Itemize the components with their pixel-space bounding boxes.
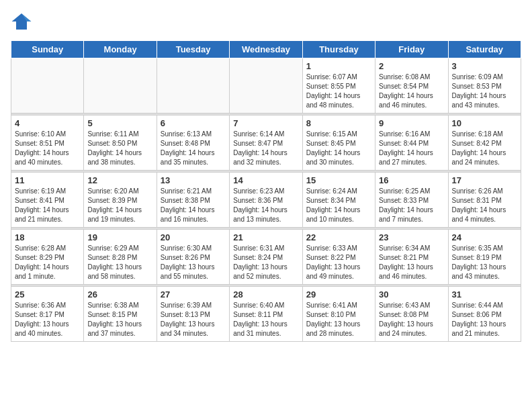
calendar-week-row: 4Sunrise: 6:10 AMSunset: 8:51 PMDaylight… (11, 116, 521, 171)
calendar-week-row: 25Sunrise: 6:36 AMSunset: 8:17 PMDayligh… (11, 287, 521, 342)
calendar-cell: 18Sunrise: 6:28 AMSunset: 8:29 PMDayligh… (11, 230, 84, 285)
calendar-cell (157, 58, 229, 113)
calendar-week-row: 18Sunrise: 6:28 AMSunset: 8:29 PMDayligh… (11, 230, 521, 285)
day-number: 8 (306, 118, 371, 128)
day-info: Sunrise: 6:43 AMSunset: 8:08 PMDaylight:… (379, 301, 444, 338)
day-number: 12 (87, 175, 152, 185)
weekday-header-tuesday: Tuesday (157, 41, 229, 58)
calendar-cell: 7Sunrise: 6:14 AMSunset: 8:47 PMDaylight… (230, 116, 302, 171)
day-info: Sunrise: 6:38 AMSunset: 8:15 PMDaylight:… (87, 301, 152, 338)
day-info: Sunrise: 6:07 AMSunset: 8:55 PMDaylight:… (306, 73, 371, 110)
calendar-cell: 4Sunrise: 6:10 AMSunset: 8:51 PMDaylight… (11, 116, 84, 171)
day-info: Sunrise: 6:20 AMSunset: 8:39 PMDaylight:… (87, 187, 152, 224)
calendar-cell: 24Sunrise: 6:35 AMSunset: 8:19 PMDayligh… (448, 230, 521, 285)
day-number: 15 (306, 175, 371, 185)
day-info: Sunrise: 6:21 AMSunset: 8:38 PMDaylight:… (161, 187, 226, 224)
weekday-header-friday: Friday (375, 41, 448, 58)
calendar-cell: 9Sunrise: 6:16 AMSunset: 8:44 PMDaylight… (375, 116, 448, 171)
calendar-week-row: 11Sunrise: 6:19 AMSunset: 8:41 PMDayligh… (11, 173, 521, 228)
logo (11, 11, 35, 32)
calendar-cell: 10Sunrise: 6:18 AMSunset: 8:42 PMDayligh… (448, 116, 521, 171)
day-number: 23 (379, 232, 444, 242)
day-info: Sunrise: 6:41 AMSunset: 8:10 PMDaylight:… (306, 301, 371, 338)
day-number: 29 (306, 289, 371, 300)
calendar-cell: 1Sunrise: 6:07 AMSunset: 8:55 PMDaylight… (302, 58, 375, 113)
day-number: 10 (452, 118, 517, 128)
weekday-header-monday: Monday (84, 41, 157, 58)
day-number: 16 (379, 175, 444, 185)
calendar-cell: 19Sunrise: 6:29 AMSunset: 8:28 PMDayligh… (84, 230, 157, 285)
calendar-cell: 26Sunrise: 6:38 AMSunset: 8:15 PMDayligh… (84, 287, 157, 342)
calendar-cell: 5Sunrise: 6:11 AMSunset: 8:50 PMDaylight… (84, 116, 157, 171)
weekday-header-sunday: Sunday (11, 41, 84, 58)
day-number: 26 (87, 289, 152, 300)
day-number: 11 (15, 175, 80, 185)
day-number: 3 (452, 61, 517, 71)
calendar-cell: 20Sunrise: 6:30 AMSunset: 8:26 PMDayligh… (157, 230, 229, 285)
calendar-table: SundayMondayTuesdayWednesdayThursdayFrid… (11, 40, 521, 342)
day-info: Sunrise: 6:14 AMSunset: 8:47 PMDaylight:… (233, 130, 298, 167)
calendar-cell: 15Sunrise: 6:24 AMSunset: 8:34 PMDayligh… (302, 173, 375, 228)
day-number: 6 (161, 118, 226, 128)
day-info: Sunrise: 6:25 AMSunset: 8:33 PMDaylight:… (379, 187, 444, 224)
day-info: Sunrise: 6:34 AMSunset: 8:21 PMDaylight:… (379, 244, 444, 281)
day-number: 17 (452, 175, 517, 185)
day-info: Sunrise: 6:11 AMSunset: 8:50 PMDaylight:… (87, 130, 152, 167)
calendar-cell (230, 58, 302, 113)
logo-icon (11, 11, 32, 32)
day-number: 14 (233, 175, 298, 185)
day-number: 22 (306, 232, 371, 242)
day-number: 18 (15, 232, 80, 242)
calendar-week-row: 1Sunrise: 6:07 AMSunset: 8:55 PMDaylight… (11, 58, 521, 113)
day-number: 28 (233, 289, 298, 300)
day-number: 27 (161, 289, 226, 300)
day-number: 9 (379, 118, 444, 128)
calendar-cell: 28Sunrise: 6:40 AMSunset: 8:11 PMDayligh… (230, 287, 302, 342)
calendar-cell: 8Sunrise: 6:15 AMSunset: 8:45 PMDaylight… (302, 116, 375, 171)
page-header (11, 11, 521, 32)
day-number: 25 (15, 289, 80, 300)
calendar-cell: 12Sunrise: 6:20 AMSunset: 8:39 PMDayligh… (84, 173, 157, 228)
day-info: Sunrise: 6:13 AMSunset: 8:48 PMDaylight:… (161, 130, 226, 167)
calendar-header-row: SundayMondayTuesdayWednesdayThursdayFrid… (11, 41, 521, 58)
calendar-cell (84, 58, 157, 113)
calendar-cell: 27Sunrise: 6:39 AMSunset: 8:13 PMDayligh… (157, 287, 229, 342)
calendar-cell: 31Sunrise: 6:44 AMSunset: 8:06 PMDayligh… (448, 287, 521, 342)
day-number: 24 (452, 232, 517, 242)
day-info: Sunrise: 6:09 AMSunset: 8:53 PMDaylight:… (452, 73, 517, 110)
calendar-cell: 6Sunrise: 6:13 AMSunset: 8:48 PMDaylight… (157, 116, 229, 171)
calendar-cell (11, 58, 84, 113)
calendar-cell: 2Sunrise: 6:08 AMSunset: 8:54 PMDaylight… (375, 58, 448, 113)
calendar-cell: 25Sunrise: 6:36 AMSunset: 8:17 PMDayligh… (11, 287, 84, 342)
day-info: Sunrise: 6:35 AMSunset: 8:19 PMDaylight:… (452, 244, 517, 281)
day-number: 19 (87, 232, 152, 242)
day-number: 31 (452, 289, 517, 300)
calendar-cell: 17Sunrise: 6:26 AMSunset: 8:31 PMDayligh… (448, 173, 521, 228)
day-info: Sunrise: 6:44 AMSunset: 8:06 PMDaylight:… (452, 301, 517, 338)
calendar-cell: 16Sunrise: 6:25 AMSunset: 8:33 PMDayligh… (375, 173, 448, 228)
day-info: Sunrise: 6:10 AMSunset: 8:51 PMDaylight:… (15, 130, 80, 167)
day-number: 20 (161, 232, 226, 242)
day-info: Sunrise: 6:08 AMSunset: 8:54 PMDaylight:… (379, 73, 444, 110)
day-info: Sunrise: 6:16 AMSunset: 8:44 PMDaylight:… (379, 130, 444, 167)
calendar-cell: 11Sunrise: 6:19 AMSunset: 8:41 PMDayligh… (11, 173, 84, 228)
day-number: 1 (306, 61, 371, 71)
day-info: Sunrise: 6:26 AMSunset: 8:31 PMDaylight:… (452, 187, 517, 224)
calendar-cell: 22Sunrise: 6:33 AMSunset: 8:22 PMDayligh… (302, 230, 375, 285)
weekday-header-saturday: Saturday (448, 41, 521, 58)
day-info: Sunrise: 6:24 AMSunset: 8:34 PMDaylight:… (306, 187, 371, 224)
calendar-cell: 23Sunrise: 6:34 AMSunset: 8:21 PMDayligh… (375, 230, 448, 285)
calendar-cell: 30Sunrise: 6:43 AMSunset: 8:08 PMDayligh… (375, 287, 448, 342)
day-number: 30 (379, 289, 444, 300)
weekday-header-thursday: Thursday (302, 41, 375, 58)
weekday-header-wednesday: Wednesday (230, 41, 302, 58)
day-info: Sunrise: 6:18 AMSunset: 8:42 PMDaylight:… (452, 130, 517, 167)
day-number: 5 (87, 118, 152, 128)
day-info: Sunrise: 6:39 AMSunset: 8:13 PMDaylight:… (161, 301, 226, 338)
day-number: 4 (15, 118, 80, 128)
day-number: 2 (379, 61, 444, 71)
calendar-cell: 3Sunrise: 6:09 AMSunset: 8:53 PMDaylight… (448, 58, 521, 113)
day-info: Sunrise: 6:30 AMSunset: 8:26 PMDaylight:… (161, 244, 226, 281)
day-info: Sunrise: 6:40 AMSunset: 8:11 PMDaylight:… (233, 301, 298, 338)
calendar-cell: 13Sunrise: 6:21 AMSunset: 8:38 PMDayligh… (157, 173, 229, 228)
